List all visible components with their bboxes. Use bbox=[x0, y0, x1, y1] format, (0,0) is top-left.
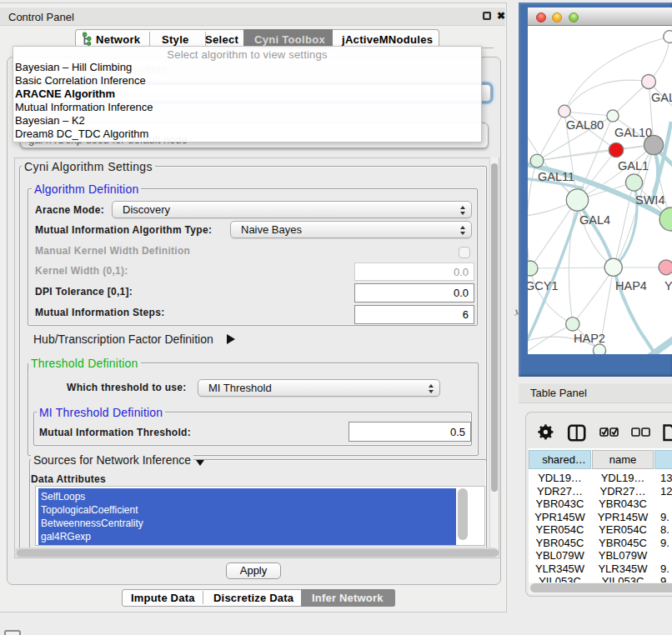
svg-text:HAP2: HAP2 bbox=[574, 332, 605, 345]
svg-text:GAL7: GAL7 bbox=[651, 91, 672, 104]
svg-text:GAL4: GAL4 bbox=[579, 213, 610, 227]
svg-text:GAL80: GAL80 bbox=[566, 118, 604, 132]
svg-text:GAL11: GAL11 bbox=[538, 170, 574, 183]
svg-text:GCY1: GCY1 bbox=[528, 279, 559, 292]
svg-text:SWI4: SWI4 bbox=[635, 193, 664, 207]
svg-text:GAL10: GAL10 bbox=[614, 126, 652, 139]
svg-text:HAP4: HAP4 bbox=[615, 279, 647, 292]
svg-text:GAL1: GAL1 bbox=[618, 159, 649, 172]
svg-text:YJ: YJ bbox=[664, 279, 672, 292]
